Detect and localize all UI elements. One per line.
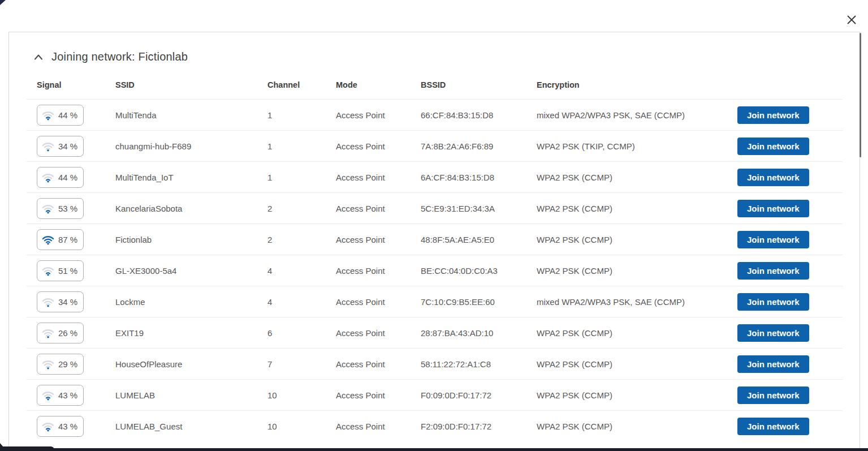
encryption-cell: WPA2 PSK (TKIP, CCMP)	[537, 141, 737, 151]
bssid-cell: 66:CF:84:B3:15:D8	[421, 110, 537, 120]
encryption-cell: WPA2 PSK (CCMP)	[537, 235, 737, 244]
join-network-button[interactable]: Join network	[737, 106, 809, 124]
header-mode: Mode	[336, 80, 421, 89]
signal-badge: 43 %	[37, 416, 84, 437]
join-network-modal: Joining network: Fictionlab Signal SSID …	[8, 32, 860, 451]
ssid-cell: EXIT19	[115, 328, 267, 338]
background-page-fragment	[0, 0, 6, 5]
signal-cell: 44 %	[37, 105, 115, 126]
actions-cell: Join network	[737, 262, 843, 280]
signal-badge: 44 %	[37, 105, 84, 126]
join-network-button[interactable]: Join network	[737, 324, 809, 342]
signal-cell: 43 %	[37, 385, 115, 406]
network-table-row: 51 % GL-XE3000-5a4 4 Access Point BE:CC:…	[27, 255, 843, 286]
header-channel: Channel	[267, 80, 336, 89]
channel-cell: 1	[267, 173, 336, 182]
signal-percent: 44 %	[58, 173, 77, 182]
join-network-button[interactable]: Join network	[737, 355, 809, 373]
signal-badge: 87 %	[37, 229, 84, 250]
header-encryption: Encryption	[537, 80, 737, 89]
mode-cell: Access Point	[336, 141, 421, 151]
signal-badge: 34 %	[37, 136, 84, 157]
ssid-cell: GL-XE3000-5a4	[115, 266, 267, 276]
signal-badge: 51 %	[37, 260, 84, 281]
channel-cell: 4	[267, 266, 336, 276]
signal-percent: 87 %	[58, 235, 77, 244]
join-network-button[interactable]: Join network	[737, 386, 809, 404]
signal-badge: 29 %	[37, 354, 84, 375]
join-network-button[interactable]: Join network	[737, 293, 809, 311]
channel-cell: 4	[267, 297, 336, 307]
signal-badge: 43 %	[37, 385, 84, 406]
signal-percent: 44 %	[58, 110, 77, 120]
join-network-button[interactable]: Join network	[737, 138, 809, 155]
encryption-cell: WPA2 PSK (CCMP)	[537, 204, 737, 213]
actions-cell: Join network	[737, 169, 843, 186]
network-table-row: 87 % Fictionlab 2 Access Point 48:8F:5A:…	[27, 224, 843, 255]
encryption-cell: mixed WPA2/WPA3 PSK, SAE (CCMP)	[537, 110, 737, 120]
join-network-button[interactable]: Join network	[737, 169, 809, 186]
table-header-row: Signal SSID Channel Mode BSSID Encryptio…	[27, 70, 843, 99]
join-network-button[interactable]: Join network	[737, 231, 809, 248]
join-network-button[interactable]: Join network	[737, 418, 809, 435]
page-title: Joining network: Fictionlab	[51, 50, 188, 63]
encryption-cell: mixed WPA2/WPA3 PSK, SAE (CCMP)	[537, 297, 737, 307]
network-table-row: 43 % LUMELAB 10 Access Point F0:09:0D:F0…	[27, 379, 843, 410]
signal-cell: 53 %	[37, 198, 115, 219]
close-icon[interactable]	[845, 14, 858, 26]
join-network-button[interactable]: Join network	[737, 262, 809, 280]
channel-cell: 6	[267, 328, 336, 338]
collapse-chevron-icon[interactable]	[34, 54, 43, 60]
header-ssid: SSID	[115, 80, 267, 89]
wifi-signal-icon	[42, 328, 54, 338]
ssid-cell: MultiTenda_IoT	[115, 173, 267, 182]
network-table-row: 44 % MultiTenda_IoT 1 Access Point 6A:CF…	[27, 161, 843, 192]
signal-badge: 26 %	[37, 323, 84, 343]
wifi-signal-icon	[42, 421, 54, 432]
mode-cell: Access Point	[336, 110, 421, 120]
signal-cell: 51 %	[37, 260, 115, 281]
network-table-row: 26 % EXIT19 6 Access Point 28:87:BA:43:A…	[27, 317, 843, 348]
channel-cell: 2	[267, 235, 336, 244]
channel-cell: 10	[267, 390, 336, 400]
ssid-cell: chuangmi-hub-F689	[115, 141, 267, 151]
actions-cell: Join network	[737, 386, 843, 404]
signal-percent: 34 %	[58, 297, 77, 307]
actions-cell: Join network	[737, 418, 843, 435]
signal-cell: 87 %	[37, 229, 115, 250]
bssid-cell: 58:11:22:72:A1:C8	[421, 359, 537, 369]
bssid-cell: 6A:CF:84:B3:15:D8	[421, 173, 537, 182]
mode-cell: Access Point	[336, 422, 421, 431]
bssid-cell: 5C:E9:31:ED:34:3A	[421, 204, 537, 213]
wifi-signal-icon	[42, 172, 54, 183]
bssid-cell: 28:87:BA:43:AD:10	[421, 328, 537, 338]
actions-cell: Join network	[737, 355, 843, 373]
mode-cell: Access Point	[336, 266, 421, 276]
signal-percent: 43 %	[58, 422, 77, 431]
signal-percent: 51 %	[58, 266, 77, 276]
actions-cell: Join network	[737, 293, 843, 311]
background-bottom-bar	[0, 448, 868, 451]
mode-cell: Access Point	[336, 204, 421, 213]
encryption-cell: WPA2 PSK (CCMP)	[537, 173, 737, 182]
bssid-cell: 7A:8B:2A:A6:F6:89	[421, 141, 537, 151]
signal-percent: 53 %	[58, 204, 77, 213]
encryption-cell: WPA2 PSK (CCMP)	[537, 422, 737, 431]
ssid-cell: KancelariaSobota	[115, 204, 267, 213]
mode-cell: Access Point	[336, 297, 421, 307]
wireless-scan-table: Signal SSID Channel Mode BSSID Encryptio…	[27, 70, 843, 441]
bssid-cell: F2:09:0D:F0:17:72	[421, 422, 537, 431]
channel-cell: 2	[267, 204, 336, 213]
wifi-signal-icon	[42, 203, 54, 214]
encryption-cell: WPA2 PSK (CCMP)	[537, 328, 737, 338]
encryption-cell: WPA2 PSK (CCMP)	[537, 359, 737, 369]
header-bssid: BSSID	[421, 80, 537, 89]
wifi-signal-icon	[42, 359, 54, 370]
join-network-button[interactable]: Join network	[737, 200, 809, 217]
scrollbar-thumb[interactable]	[860, 33, 861, 157]
header-signal: Signal	[37, 80, 115, 89]
signal-badge: 53 %	[37, 198, 84, 219]
bssid-cell: 7C:10:C9:B5:EE:60	[421, 297, 537, 307]
scrollbar[interactable]	[860, 32, 861, 451]
network-table-row: 29 % HouseOfPleasure 7 Access Point 58:1…	[27, 348, 843, 379]
